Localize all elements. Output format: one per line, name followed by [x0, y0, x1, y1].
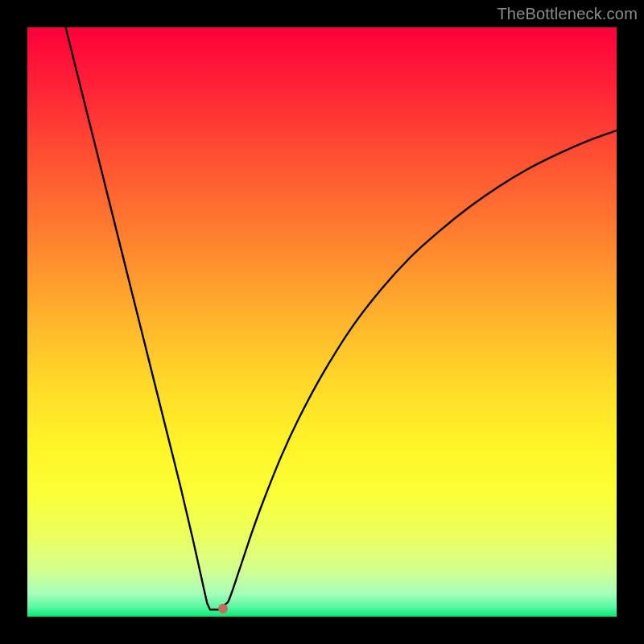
svg-rect-0	[27, 27, 617, 617]
chart-background	[27, 27, 617, 617]
minimum-marker	[218, 604, 228, 613]
watermark-text: TheBottleneck.com	[497, 5, 638, 23]
chart-frame	[27, 27, 617, 617]
